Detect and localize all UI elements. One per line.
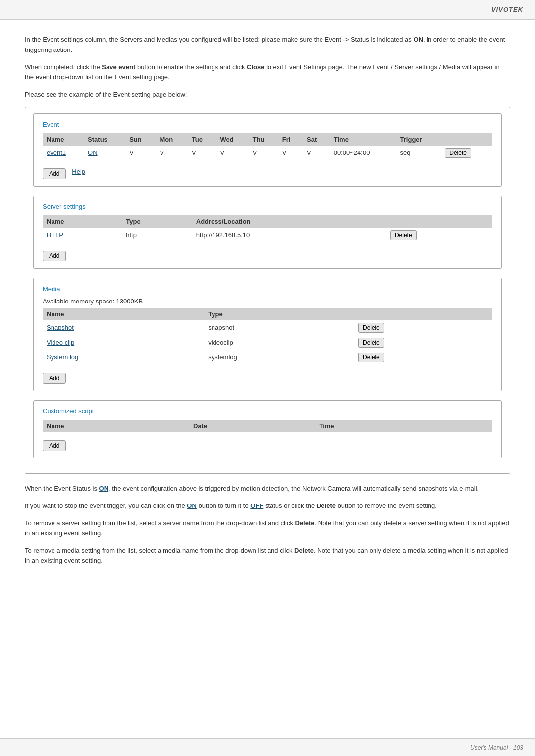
- brand-logo: VIVOTEK: [491, 6, 523, 13]
- paragraph-3: Please see the example of the Event sett…: [25, 90, 510, 100]
- custom-col-name: Name: [43, 420, 189, 432]
- media-type-cell-1: videoclip: [204, 335, 354, 350]
- event-wed-cell: V: [216, 146, 248, 160]
- event-table-row: event1 ON V V V V V V V 00:00~24:00 seq …: [43, 146, 492, 160]
- server-col-address: Address/Location: [192, 215, 386, 228]
- paragraph-after-1: When the Event Status is ON, the event c…: [25, 484, 510, 494]
- media-type-cell-2: systemlog: [204, 350, 354, 365]
- custom-col-time: Time: [315, 420, 446, 432]
- main-content: In the Event settings column, the Server…: [0, 20, 535, 603]
- paragraph-after-3: To remove a server setting from the list…: [25, 518, 510, 539]
- media-delete-button-1[interactable]: Delete: [358, 338, 384, 348]
- col-wed: Wed: [216, 133, 248, 146]
- event-table: Name Status Sun Mon Tue Wed Thu Fri Sat …: [43, 133, 492, 160]
- event-add-button[interactable]: Add: [43, 168, 66, 179]
- customized-script-section: Customized script Name Date Time Add: [33, 400, 502, 458]
- col-sat: Sat: [303, 133, 330, 146]
- event-delete-cell: Delete: [441, 146, 492, 160]
- status-on-link[interactable]: ON: [99, 485, 109, 492]
- media-delete-cell-1: Delete: [354, 335, 492, 350]
- event-trigger-cell: seq: [396, 146, 441, 160]
- event-status-link[interactable]: ON: [88, 149, 98, 156]
- custom-col-date: Date: [189, 420, 315, 432]
- col-tue: Tue: [188, 133, 216, 146]
- event-section: Event Name Status Sun Mon Tue Wed Thu Fr…: [33, 113, 502, 187]
- media-type-cell-0: snapshot: [204, 320, 354, 335]
- event-name-cell: event1: [43, 146, 84, 160]
- col-name: Name: [43, 133, 84, 146]
- media-name-cell-2: System log: [43, 350, 204, 365]
- event-tue-cell: V: [188, 146, 216, 160]
- col-thu: Thu: [249, 133, 278, 146]
- paragraph-2: When completed, click the Save event but…: [25, 62, 510, 83]
- server-address-cell: http://192.168.5.10: [192, 228, 386, 243]
- col-time: Time: [330, 133, 396, 146]
- media-table-row-1: Video clip videoclip Delete: [43, 335, 492, 350]
- event-table-header: Name Status Sun Mon Tue Wed Thu Fri Sat …: [43, 133, 492, 146]
- server-delete-button[interactable]: Delete: [390, 230, 417, 240]
- customized-table: Name Date Time: [43, 420, 492, 432]
- media-section-title: Media: [43, 285, 492, 293]
- media-delete-cell-0: Delete: [354, 320, 492, 335]
- event-mon-cell: V: [156, 146, 187, 160]
- paragraph-after-2: If you want to stop the event trigger, y…: [25, 501, 510, 511]
- paragraph-1: In the Event settings column, the Server…: [25, 35, 510, 55]
- event-section-title: Event: [43, 121, 492, 128]
- custom-col-action: [447, 420, 492, 432]
- server-col-name: Name: [43, 215, 122, 228]
- server-table-header: Name Type Address/Location: [43, 215, 492, 228]
- server-add-button[interactable]: Add: [43, 251, 66, 261]
- server-delete-cell: Delete: [386, 228, 492, 243]
- event-sat-cell: V: [303, 146, 330, 160]
- col-sun: Sun: [125, 133, 156, 146]
- media-section: Media Available memory space: 13000KB Na…: [33, 278, 502, 391]
- media-table: Name Type Snapshot snapshot Delete Video…: [43, 308, 492, 365]
- event-name-link[interactable]: event1: [47, 149, 66, 156]
- media-delete-cell-2: Delete: [354, 350, 492, 365]
- media-add-button[interactable]: Add: [43, 373, 66, 384]
- event-settings-container: Event Name Status Sun Mon Tue Wed Thu Fr…: [25, 107, 510, 474]
- server-col-type: Type: [122, 215, 192, 228]
- col-status: Status: [84, 133, 125, 146]
- media-name-cell-1: Video clip: [43, 335, 204, 350]
- col-trigger: Trigger: [396, 133, 441, 146]
- media-memory-note: Available memory space: 13000KB: [43, 298, 492, 305]
- server-type-cell: http: [122, 228, 192, 243]
- event-thu-cell: V: [249, 146, 278, 160]
- col-fri: Fri: [278, 133, 303, 146]
- col-action: [441, 133, 492, 146]
- customized-add-button[interactable]: Add: [43, 440, 66, 451]
- off-link[interactable]: OFF: [250, 502, 263, 509]
- event-sun-cell: V: [125, 146, 156, 160]
- header-bar: VIVOTEK: [0, 0, 535, 20]
- footer-bar: User's Manual - 103: [0, 738, 535, 756]
- footer-text: User's Manual - 103: [470, 744, 523, 751]
- server-table: Name Type Address/Location HTTP http htt…: [43, 215, 492, 243]
- media-delete-button-0[interactable]: Delete: [358, 323, 384, 333]
- media-table-row-0: Snapshot snapshot Delete: [43, 320, 492, 335]
- col-mon: Mon: [156, 133, 187, 146]
- on-button-link[interactable]: ON: [187, 502, 197, 509]
- media-name-link-1[interactable]: Video clip: [47, 339, 74, 346]
- server-name-cell: HTTP: [43, 228, 122, 243]
- server-name-link[interactable]: HTTP: [47, 231, 63, 239]
- server-section-title: Server settings: [43, 203, 492, 210]
- event-status-cell: ON: [84, 146, 125, 160]
- media-col-name: Name: [43, 308, 204, 320]
- media-name-link-0[interactable]: Snapshot: [47, 324, 74, 331]
- media-col-type: Type: [204, 308, 354, 320]
- customized-table-header: Name Date Time: [43, 420, 492, 432]
- event-help-link[interactable]: Help: [72, 168, 85, 175]
- server-col-action: [386, 215, 492, 228]
- media-name-cell-0: Snapshot: [43, 320, 204, 335]
- media-name-link-2[interactable]: System log: [47, 353, 78, 361]
- media-table-header: Name Type: [43, 308, 492, 320]
- server-settings-section: Server settings Name Type Address/Locati…: [33, 196, 502, 269]
- media-table-row-2: System log systemlog Delete: [43, 350, 492, 365]
- media-delete-button-2[interactable]: Delete: [358, 353, 384, 362]
- server-table-row: HTTP http http://192.168.5.10 Delete: [43, 228, 492, 243]
- paragraph-after-4: To remove a media setting from the list,…: [25, 546, 510, 566]
- media-col-action: [354, 308, 492, 320]
- event-delete-button[interactable]: Delete: [445, 148, 471, 158]
- event-time-cell: 00:00~24:00: [330, 146, 396, 160]
